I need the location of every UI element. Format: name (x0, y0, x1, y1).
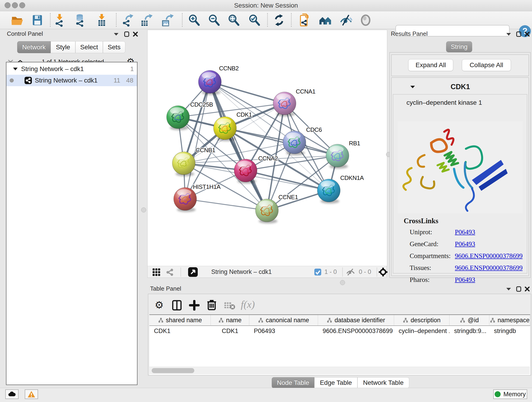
column-header-shared-name[interactable]: shared name (149, 315, 211, 325)
tab-string[interactable]: String (446, 41, 472, 52)
scrollbar-thumb[interactable] (152, 368, 194, 373)
table-options-gear-icon[interactable]: ⚙ (155, 299, 164, 311)
tab-network[interactable]: Network (17, 41, 51, 53)
node-CDC25B[interactable] (167, 106, 190, 130)
edge-CCNB2-CCNA1[interactable] (210, 82, 285, 103)
table-row[interactable]: CDK1CDK1P064939606.ENSP00000378699cyclin… (149, 326, 530, 336)
node-CCNE1[interactable] (255, 199, 278, 223)
bottom-splitter-handle[interactable] (340, 280, 345, 285)
crosslink-link[interactable]: P06493 (455, 240, 475, 248)
zoom-in-button[interactable] (186, 13, 203, 27)
cell-database-identifier[interactable]: 9606.ENSP00000378699 (318, 326, 394, 336)
refresh-button[interactable] (270, 13, 288, 27)
tree-expander-icon[interactable] (13, 67, 18, 71)
results-panel-float-icon[interactable] (515, 31, 523, 38)
cell--id[interactable]: stringdb:9... (450, 326, 489, 336)
edge-HIST1H1A-CCNE1[interactable] (185, 199, 267, 211)
tab-node-table[interactable]: Node Table (272, 377, 314, 388)
import-network-from-file-button[interactable] (51, 13, 68, 27)
zoom-selected-button[interactable] (246, 13, 263, 27)
crosshair-icon[interactable] (379, 268, 388, 277)
cell-description[interactable]: cyclin–dependent ... (394, 326, 450, 336)
edge-CCNB2-CCNE1[interactable] (210, 82, 267, 211)
export-image-button[interactable] (159, 13, 177, 27)
tab-edge-table[interactable]: Edge Table (314, 377, 357, 388)
delete-table-icon[interactable] (224, 301, 235, 310)
export-network-button[interactable] (119, 13, 137, 27)
cloud-status-button[interactable] (5, 389, 19, 399)
hide-selection-button[interactable] (337, 13, 355, 27)
selected-count: 1 - 0 (324, 268, 337, 275)
tab-style[interactable]: Style (51, 41, 75, 53)
zoom-out-button[interactable] (206, 13, 223, 27)
results-panel-collapse-icon[interactable] (505, 31, 513, 38)
tab-network-table[interactable]: Network Table (357, 377, 409, 388)
node-CCNB1[interactable] (172, 152, 195, 176)
column-header--id[interactable]: @id (450, 315, 489, 325)
first-neighbors-button[interactable] (317, 13, 334, 27)
crosslink-row: GeneCard: P06493 (410, 240, 475, 248)
hidden-eye-icon[interactable] (346, 268, 355, 276)
import-network-from-database-button[interactable] (71, 13, 89, 27)
crosslink-link[interactable]: P06493 (455, 276, 475, 283)
table-panel-float-icon[interactable] (515, 286, 523, 293)
warning-status-button[interactable] (25, 389, 38, 399)
control-panel-collapse-icon[interactable] (112, 31, 120, 38)
network-row[interactable]: String Network – cdk1 11 48 (6, 75, 137, 86)
save-session-button[interactable] (29, 13, 46, 27)
collapse-all-button[interactable]: Collapse All (462, 59, 511, 71)
selected-checkbox-icon[interactable] (314, 268, 322, 276)
export-table-button[interactable] (138, 13, 155, 27)
control-panel-close-icon[interactable] (132, 31, 139, 38)
network-share-icon[interactable] (165, 268, 174, 277)
entry-content-box: cyclin–dependent kinase 1 CrossLinks (393, 94, 527, 274)
collection-count: 1 (130, 65, 134, 73)
add-column-icon[interactable] (189, 300, 200, 311)
tab-select[interactable]: Select (75, 41, 103, 53)
show-columns-icon[interactable] (172, 300, 182, 311)
control-panel-float-icon[interactable] (123, 31, 131, 38)
column-header-canonical-name[interactable]: canonical name (249, 315, 318, 325)
network-collection-row[interactable]: String Network – cdk1 1 (6, 63, 137, 75)
tab-sets[interactable]: Sets (103, 41, 125, 53)
cell-canonical-name[interactable]: P06493 (249, 326, 318, 336)
delete-column-trash-icon[interactable] (207, 300, 216, 311)
crosslink-link[interactable]: 9606.ENSP00000378699 (455, 264, 523, 271)
import-table-from-file-button[interactable] (93, 13, 110, 27)
function-builder-button[interactable]: f(x) (241, 299, 255, 310)
cell-namespace[interactable]: stringdb (489, 326, 530, 336)
column-header-namespace[interactable]: namespace (489, 315, 530, 325)
cell-name[interactable]: CDK1 (211, 326, 249, 336)
horizontal-scrollbar[interactable] (149, 367, 530, 374)
node-HIST1H1A[interactable] (174, 187, 196, 212)
zoom-fit-button[interactable] (225, 13, 243, 27)
open-session-button[interactable] (8, 13, 26, 27)
network-canvas[interactable]: CCNB2CCNA1CDC25BCDK1CDC6RB1CCNB1CCNA2CDK… (147, 30, 387, 266)
grid-view-icon[interactable] (152, 268, 161, 277)
results-panel-close-icon[interactable] (523, 31, 531, 38)
node-CCNA1[interactable] (273, 92, 296, 116)
table-panel-collapse-icon[interactable] (505, 286, 513, 293)
show-all-button[interactable] (357, 13, 374, 27)
crosslink-link[interactable]: 9606.ENSP00000378699 (455, 252, 523, 259)
toolbar-separator (291, 13, 292, 27)
node-CDKN1A[interactable] (317, 179, 340, 204)
column-header-description[interactable]: description (394, 315, 450, 325)
column-header-database-identifier[interactable]: database identifier (318, 315, 394, 325)
memory-button[interactable]: Memory (493, 389, 527, 399)
zoom-out-icon (208, 13, 221, 27)
column-header-name[interactable]: name (211, 315, 249, 325)
node-CDK1[interactable] (214, 117, 236, 141)
left-splitter-handle[interactable] (141, 207, 146, 212)
node-gloss (286, 133, 301, 140)
new-network-from-selection-button[interactable] (296, 13, 313, 27)
crosslink-link[interactable]: P06493 (455, 228, 475, 236)
network-view-footer: String Network – cdk1 1 - 0 0 - 0 (147, 266, 387, 278)
network-graph[interactable]: CCNB2CCNA1CDC25BCDK1CDC6RB1CCNB1CCNA2CDK… (147, 30, 387, 266)
expand-all-button[interactable]: Expand All (408, 59, 453, 71)
table-panel-close-icon[interactable] (523, 286, 531, 293)
edge-CCNB2-HIST1H1A[interactable] (185, 82, 210, 199)
birds-eye-view-button[interactable] (188, 267, 198, 278)
node-RB1[interactable] (326, 144, 349, 169)
cell-shared-name[interactable]: CDK1 (149, 326, 211, 336)
